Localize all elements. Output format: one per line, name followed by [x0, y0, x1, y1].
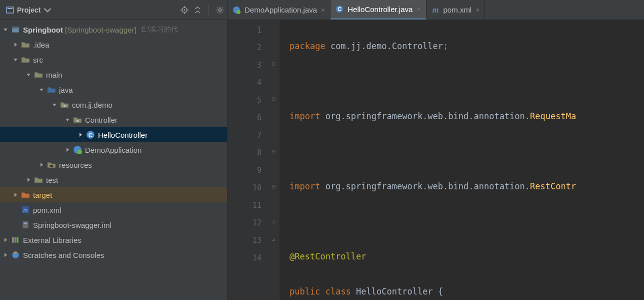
- fold-end[interactable]: ⊿: [268, 213, 280, 230]
- tree-item-scratches[interactable]: Scratches and Consoles: [0, 247, 227, 262]
- close-icon[interactable]: ×: [321, 6, 325, 14]
- chevron-right-icon[interactable]: [38, 161, 45, 168]
- chevron-down-icon[interactable]: [25, 71, 32, 78]
- svg-rect-20: [22, 221, 28, 228]
- fold-end[interactable]: ⊿: [268, 230, 280, 248]
- svg-point-8: [219, 9, 222, 11]
- line-number[interactable]: 1: [228, 21, 268, 39]
- tree-label: com.jj.demo: [72, 101, 112, 109]
- svg-text:C: C: [338, 7, 342, 12]
- kw-public: public: [290, 286, 320, 296]
- fold-handle[interactable]: ⊟: [268, 143, 280, 160]
- fold-bar[interactable]: ⊟ ⊟ ⊟ ⊟ ⊿ ⊿: [268, 20, 280, 300]
- tree-label: main: [46, 71, 62, 79]
- tree-item-main[interactable]: main: [0, 67, 227, 82]
- fold-handle[interactable]: ⊟: [268, 178, 280, 195]
- chevron-right-icon[interactable]: [77, 131, 84, 138]
- sidebar-title-label: Project: [17, 6, 40, 14]
- tree-label: target: [33, 191, 52, 199]
- tree-label: src: [33, 56, 43, 64]
- project-sidebar: Project Springboot [Springboot-s: [0, 0, 228, 300]
- line-number[interactable]: 13: [228, 231, 268, 249]
- line-number[interactable]: 12: [228, 214, 268, 231]
- toolbar-separator: [208, 5, 209, 15]
- project-icon: [6, 6, 14, 14]
- gear-icon[interactable]: [216, 6, 224, 14]
- svg-text:C: C: [88, 132, 92, 138]
- tree-item-hello-controller[interactable]: C HelloController: [0, 127, 227, 142]
- tree-item-pkg[interactable]: com.jj.demo: [0, 97, 227, 112]
- class-icon: C: [336, 5, 344, 13]
- chevron-right-icon[interactable]: [12, 41, 19, 48]
- code-editor[interactable]: package com.jj.demo.Controller; import o…: [280, 20, 644, 300]
- class-name: RestContr: [530, 181, 576, 191]
- kw-package: package: [290, 41, 326, 51]
- chevron-down-icon[interactable]: [64, 116, 71, 123]
- tree-item-pom[interactable]: m pom.xml: [0, 202, 227, 217]
- tab-hello-controller[interactable]: C HelloController.java ×: [330, 0, 426, 20]
- brace: {: [438, 286, 443, 296]
- close-icon[interactable]: ×: [416, 5, 420, 13]
- chevron-down-icon[interactable]: [51, 101, 58, 108]
- locate-icon[interactable]: [180, 6, 188, 14]
- package-icon: [60, 100, 69, 109]
- chevron-right-icon[interactable]: [2, 251, 9, 258]
- tab-pom[interactable]: m pom.xml ×: [426, 0, 486, 20]
- line-number[interactable]: 10: [228, 179, 268, 196]
- tree-item-resources[interactable]: resources: [0, 157, 227, 172]
- close-icon[interactable]: ×: [476, 6, 480, 14]
- chevron-down-icon[interactable]: [38, 86, 45, 93]
- line-number[interactable]: 5: [228, 91, 268, 109]
- tree-item-external-libs[interactable]: External Libraries: [0, 232, 227, 247]
- excluded-folder-icon: [21, 190, 30, 199]
- line-number[interactable]: 4: [228, 74, 268, 91]
- chevron-right-icon[interactable]: [2, 236, 9, 243]
- tab-demo-application[interactable]: DemoApplication.java ×: [228, 0, 330, 20]
- tree-label: External Libraries: [23, 236, 82, 244]
- maven-icon: m: [21, 205, 30, 214]
- tree-root[interactable]: Springboot [Springboot-swagger] E:\实习的代: [0, 22, 227, 37]
- svg-text:m: m: [432, 6, 438, 14]
- project-view-dropdown[interactable]: Project: [3, 5, 54, 15]
- line-number[interactable]: 7: [228, 126, 268, 144]
- folder-icon: [34, 175, 43, 184]
- tree-item-test[interactable]: test: [0, 172, 227, 187]
- tree-label: pom.xml: [33, 206, 62, 214]
- chevron-down-icon[interactable]: [2, 26, 9, 33]
- tree-item-target[interactable]: target: [0, 187, 227, 202]
- chevron-down-icon[interactable]: [12, 56, 19, 63]
- line-number[interactable]: 2: [228, 39, 268, 56]
- package-icon: [73, 115, 82, 124]
- line-number[interactable]: 9: [228, 161, 268, 179]
- tree-item-src[interactable]: src: [0, 52, 227, 67]
- tree-label: resources: [59, 161, 92, 169]
- line-gutter[interactable]: 1 2 3 4 5 6 7 8 9 10 11 12 13 14: [228, 20, 268, 300]
- annotation: @RestController: [290, 251, 366, 261]
- tree-item-java[interactable]: java: [0, 82, 227, 97]
- line-number[interactable]: 14: [228, 249, 268, 266]
- semi: ;: [443, 41, 448, 51]
- tree-label: test: [46, 176, 58, 184]
- chevron-right-icon[interactable]: [25, 176, 32, 183]
- fold-handle[interactable]: ⊟: [268, 55, 280, 73]
- tree-item-iml[interactable]: Springboot-swagger.iml: [0, 217, 227, 232]
- line-number[interactable]: 6: [228, 109, 268, 126]
- chevron-right-icon[interactable]: [12, 191, 19, 198]
- kw-class: class: [326, 286, 351, 296]
- tree-item-demo-application[interactable]: DemoApplication: [0, 142, 227, 157]
- pkg-name: com.jj.demo.Controller: [326, 41, 443, 51]
- tree-item-controller-pkg[interactable]: Controller: [0, 112, 227, 127]
- tree-item-idea[interactable]: .idea: [0, 37, 227, 52]
- scratches-icon: [11, 250, 20, 259]
- collapse-all-icon[interactable]: [194, 6, 202, 14]
- line-number[interactable]: 8: [228, 144, 268, 161]
- source-folder-icon: [47, 85, 56, 94]
- fold-handle[interactable]: ⊟: [268, 90, 280, 108]
- chevron-right-icon[interactable]: [64, 146, 71, 153]
- line-number[interactable]: 3: [228, 56, 268, 74]
- svg-point-3: [184, 9, 186, 11]
- line-number[interactable]: 11: [228, 196, 268, 214]
- resources-folder-icon: [47, 160, 56, 169]
- project-tree[interactable]: Springboot [Springboot-swagger] E:\实习的代 …: [0, 20, 227, 300]
- tree-label: HelloController: [98, 131, 148, 139]
